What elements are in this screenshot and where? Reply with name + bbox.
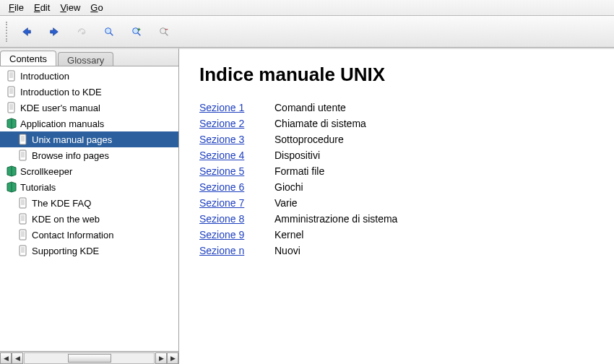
section-description: Dispositivi [274, 150, 594, 161]
tree-item-label: The KDE FAQ [32, 198, 91, 209]
section-link[interactable]: Sezione n [199, 245, 264, 256]
tree-item[interactable]: Tutorials [0, 179, 178, 195]
section-link[interactable]: Sezione 7 [199, 197, 264, 209]
main-area: Contents Glossary IntroductionIntroducti… [0, 48, 614, 364]
tree-item-label: Tutorials [20, 182, 56, 193]
tree-item[interactable]: Application manuals [0, 116, 178, 131]
book-icon [6, 118, 17, 129]
tree-item[interactable]: Introduction to KDE [0, 84, 178, 100]
section-link[interactable]: Sezione 6 [199, 181, 264, 193]
tree-item[interactable]: Unix manual pages [0, 131, 178, 147]
section-description: Sottoprocedure [274, 134, 594, 145]
tree-item[interactable]: Contact Information [0, 227, 178, 243]
scroll-left-button[interactable]: ◀ [0, 352, 12, 364]
section-link[interactable]: Sezione 8 [199, 213, 264, 225]
magnifier-icon [103, 26, 115, 38]
section-link[interactable]: Sezione 3 [199, 134, 264, 145]
section-description: Varie [274, 197, 594, 209]
scroll-left2-button[interactable]: ◀ [12, 352, 23, 364]
tree-item-label: Introduction [20, 71, 69, 82]
section-description: Nuovi [274, 245, 594, 256]
tree-item-label: Contact Information [32, 230, 113, 240]
menu-edit[interactable]: Edit [30, 1, 54, 14]
section-description: Formati file [274, 165, 594, 177]
book-icon [6, 165, 17, 177]
tree-item-label: Introduction to KDE [20, 87, 102, 98]
document-icon [6, 86, 17, 98]
tree-item[interactable]: Browse info pages [0, 147, 178, 163]
scroll-right-button[interactable]: ▶ [155, 352, 167, 364]
menu-file[interactable]: File [4, 1, 28, 14]
menubar: File Edit View Go [0, 0, 614, 16]
tree-item[interactable]: Scrollkeeper [0, 163, 178, 179]
menu-file-label: ile [14, 2, 24, 13]
document-icon [17, 134, 29, 145]
toolbar [0, 16, 614, 48]
section-link[interactable]: Sezione 9 [199, 229, 264, 240]
document-icon [17, 229, 29, 240]
document-icon [17, 213, 29, 225]
arrow-left-icon [21, 26, 33, 38]
section-description: Giochi [274, 181, 594, 193]
tree-item[interactable]: KDE user's manual [0, 100, 178, 116]
tab-contents[interactable]: Contents [0, 51, 56, 66]
tab-glossary[interactable]: Glossary [58, 52, 113, 66]
book-icon [6, 181, 17, 193]
document-icon [17, 150, 29, 161]
arrow-right-icon [48, 26, 60, 38]
menu-go-label: o [98, 2, 103, 13]
magnifier-plus-icon [131, 26, 142, 38]
sidebar-tabs: Contents Glossary [0, 49, 178, 66]
contents-tree[interactable]: IntroductionIntroduction to KDEKDE user'… [0, 66, 178, 351]
document-icon [6, 102, 17, 113]
section-link[interactable]: Sezione 5 [199, 165, 264, 177]
section-link[interactable]: Sezione 1 [199, 102, 264, 113]
zoom-out-button[interactable] [153, 21, 175, 43]
menu-edit-label: dit [40, 2, 51, 13]
tree-item-label: KDE on the web [32, 214, 100, 225]
tree-item-label: Supporting KDE [32, 246, 99, 256]
menu-view[interactable]: View [56, 1, 85, 14]
section-list: Sezione 1Comandi utenteSezione 2Chiamate… [199, 102, 594, 256]
tree-item[interactable]: KDE on the web [0, 211, 178, 227]
scroll-track[interactable] [24, 352, 155, 364]
page-title: Indice manuale UNIX [199, 64, 594, 86]
horizontal-scrollbar[interactable]: ◀ ◀ ▶ ▶ [0, 351, 178, 364]
tree-item[interactable]: The KDE FAQ [0, 195, 178, 211]
content-pane: Indice manuale UNIX Sezione 1Comandi ute… [179, 48, 614, 364]
tree-item[interactable]: Supporting KDE [0, 243, 178, 259]
tree-item-label: Browse info pages [32, 150, 109, 161]
print-icon [76, 26, 87, 38]
scroll-thumb[interactable] [68, 354, 111, 363]
document-icon [17, 245, 29, 256]
document-icon [17, 197, 29, 209]
menu-view-label: iew [66, 2, 81, 13]
tree-item-label: Scrollkeeper [20, 166, 72, 177]
tree-item[interactable]: Introduction [0, 68, 178, 84]
section-description: Chiamate di sistema [274, 118, 594, 129]
tree-item-label: Application manuals [20, 118, 104, 129]
section-description: Comandi utente [274, 102, 594, 113]
section-description: Amministrazione di sistema [274, 213, 594, 225]
section-description: Kernel [274, 229, 594, 240]
tree-item-label: Unix manual pages [32, 134, 112, 145]
zoom-in-button[interactable] [126, 21, 147, 43]
print-button[interactable] [71, 21, 92, 43]
zoom-reset-button[interactable] [98, 21, 120, 43]
toolbar-grip [6, 22, 10, 42]
tree-item-label: KDE user's manual [20, 103, 100, 113]
scroll-right2-button[interactable]: ▶ [167, 352, 178, 364]
document-icon [6, 70, 17, 82]
magnifier-minus-icon [158, 26, 170, 38]
menu-go[interactable]: Go [86, 1, 107, 14]
sidebar: Contents Glossary IntroductionIntroducti… [0, 48, 179, 364]
back-button[interactable] [16, 21, 38, 43]
section-link[interactable]: Sezione 4 [199, 150, 264, 161]
forward-button[interactable] [43, 21, 65, 43]
section-link[interactable]: Sezione 2 [199, 118, 264, 129]
